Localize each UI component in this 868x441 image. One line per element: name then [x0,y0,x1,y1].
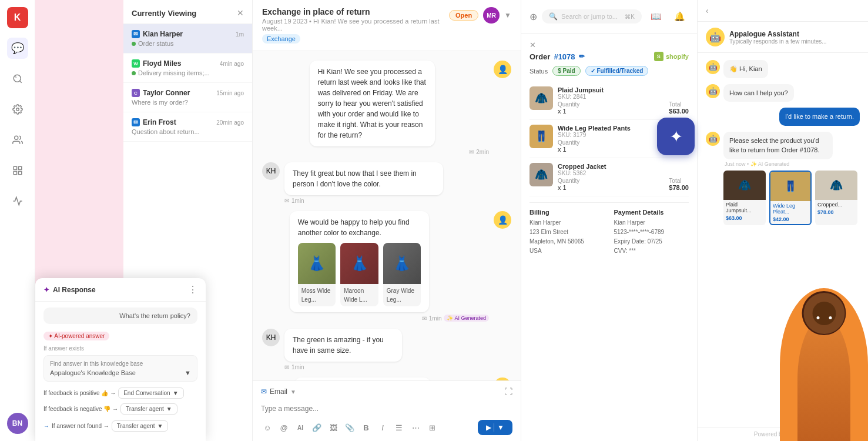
book-icon[interactable]: 📖 [646,7,665,26]
mention-icon[interactable]: @ [277,421,290,434]
more-icon[interactable]: ⋯ [409,421,422,434]
chevron-select-icon: ▼ [185,369,191,376]
image-icon[interactable]: 🖼 [327,421,340,434]
ai-bubble-help: How can I help you? [723,84,794,102]
paid-badge: $ Paid [552,66,580,76]
user-question-bubble: What's the return policy? [43,308,197,324]
ai-product-jumpsuit[interactable]: 🧥 Plaid Jumpsuit... $63.00 [723,171,766,225]
ai-response-content: Please select the product you'd like to … [723,132,860,225]
sparkle-button[interactable]: ✦ [657,118,695,155]
ai-panel-header: 🤖 Appalogue Assistant Typically responds… [698,22,868,53]
close-order-icon[interactable]: ✕ [529,41,536,49]
ai-write-icon[interactable]: AI [294,421,307,434]
product-card-maroon[interactable]: 👗 Maroon Wide L... [340,243,378,306]
search-bar[interactable]: 🔍 Search or jump to... ⌘K [542,9,642,24]
knowledge-base-select[interactable]: Appalogue's Knowledge Base ▼ [50,369,191,376]
italic-icon[interactable]: I [376,421,389,434]
expand-icon[interactable]: ▼ [504,11,511,19]
product-card-gray[interactable]: 👗 Gray Wide Leg... [383,243,421,306]
channel-selector[interactable]: ✉ Email ▼ [261,387,296,396]
order-title: Order #1078 ✏ [529,52,585,61]
order-item-details-3: Cropped Jacket SKU: 5362 Quantity x 1 To… [558,163,689,191]
sidebar-item-grid[interactable] [7,160,28,181]
order-number[interactable]: #1078 [554,52,575,61]
conv-preview-floyd: Delivery missing items;... [132,69,244,76]
svg-rect-8 [14,172,16,175]
ai-generated-badge-3: ✨ AI Generated [444,315,489,322]
bell-icon[interactable]: 🔔 [670,7,689,26]
ai-product-jacket[interactable]: 🧥 Cropped... $78.00 [815,171,857,225]
sidebar-item-settings[interactable] [7,99,28,120]
link-icon[interactable]: 🔗 [310,421,323,434]
svg-rect-7 [18,166,21,169]
sidebar-item-config[interactable] [7,191,28,212]
chat-header-left: Exchange in place of return August 19 20… [262,7,449,44]
not-found-row: → If answer not found → Transfer agent ▼ [43,417,197,435]
channel-bar: ✉ Email ▼ ⛶ [261,387,512,396]
ai-panel-top-bar: ‹ [698,0,868,22]
user-avatar[interactable]: BN [7,413,28,434]
negative-action-select[interactable]: Transfer agent ▼ [120,403,177,415]
message-4: KH The green is amazing - if you have in… [262,329,511,370]
sidebar: K 💬 BN [0,0,35,441]
top-nav-icons: 📖 🔔 [646,7,689,26]
unread-dot [132,42,136,46]
positive-action-select[interactable]: End Conversation ▼ [118,387,183,399]
msg-bubble-3: We would be happy to help you find anoth… [290,211,429,312]
ai-sparkle-icon: ✦ [43,286,49,294]
sidebar-item-users[interactable] [7,129,28,151]
ai-response-content: What's the return policy? [35,302,206,330]
conv-item-floyd[interactable]: W Floyd Miles 4min ago Delivery missing … [123,54,252,83]
msg-bubble-4: The green is amazing - if you have in sa… [284,329,402,362]
sidebar-item-search[interactable] [7,68,28,89]
attachment-icon[interactable]: 📎 [343,421,356,434]
list-icon[interactable]: ☰ [393,421,405,434]
conv-time-taylor: 15min ago [216,90,244,96]
edit-order-icon[interactable]: ✏ [579,52,585,61]
chat-title: Exchange in place of return [262,7,449,16]
not-found-action-select[interactable]: Transfer agent ▼ [112,420,169,432]
bold-icon[interactable]: B [360,421,373,434]
message-1: Hi Kian! We see you processed a return l… [262,61,511,155]
platform-email-icon-erin: ✉ [132,118,140,126]
app-container: K 💬 BN [0,0,868,441]
chat-messages-area: Hi Kian! We see you processed a return l… [253,51,521,380]
product-card-moss[interactable]: 👗 Moss Wide Leg... [298,243,336,306]
assignee-avatar: MR [483,7,500,24]
app-logo[interactable]: K [7,7,28,28]
emoji-icon[interactable]: ☺ [261,421,274,434]
add-icon[interactable]: ⊕ [529,11,537,22]
chat-header: Exchange in place of return August 19 20… [253,0,521,51]
svg-point-0 [14,75,21,82]
close-conv-panel-icon[interactable]: ✕ [237,8,244,18]
send-dropdown-icon[interactable]: ▼ [494,423,504,432]
send-button[interactable]: ▶ ▼ [478,420,512,435]
sidebar-item-chat[interactable]: 💬 [7,38,28,59]
platform-whatsapp-icon: W [132,59,140,68]
message-input[interactable] [261,401,512,416]
chat-main: Exchange in place of return August 19 20… [253,0,521,441]
chat-toolbar: ☺ @ AI 🔗 🖼 📎 B I ☰ ⋯ ⊞ ▶ ▼ [261,420,512,435]
conv-item-taylor[interactable]: C Taylor Conner 15min ago Where is my or… [123,83,252,112]
platform-email-icon: ✉ [132,30,140,38]
ai-bubble-user: I'd like to make a return. [779,108,860,126]
search-shortcut: ⌘K [625,14,635,20]
ai-msg-user-return: I'd like to make a return. [706,108,860,126]
ai-product-img-jumpsuit: 🧥 [723,171,766,200]
more-options-icon[interactable]: ⋮ [188,284,197,295]
expand-icon[interactable]: ⊞ [425,421,438,434]
order-item-1: 🧥 Plaid Jumpsuit SKU: 2841 Quantity x 1 … [529,82,689,120]
expand-chat-icon[interactable]: ⛶ [504,387,512,396]
conv-preview-erin: Question about return... [132,128,244,135]
ai-product-img-pants: 👖 [770,172,810,201]
billing-section: Billing Kian Harper 123 Elm Street Maple… [529,202,689,256]
svg-line-2 [15,76,16,78]
unread-dot-floyd [132,71,136,75]
svg-rect-9 [18,172,21,175]
conv-panel-title: Currently Viewing [132,9,196,18]
conv-item-kian[interactable]: ✉ Kian Harper 1m Order status [123,24,252,54]
ai-product-pants[interactable]: 👖 Wide Leg Pleat... $42.00 [769,171,812,225]
back-icon[interactable]: ‹ [706,6,709,15]
conv-item-erin[interactable]: ✉ Erin Frost 20min ago Question about re… [123,112,252,142]
ai-msg-hi-kian: 🤖 👋 Hi, Kian [706,60,860,78]
